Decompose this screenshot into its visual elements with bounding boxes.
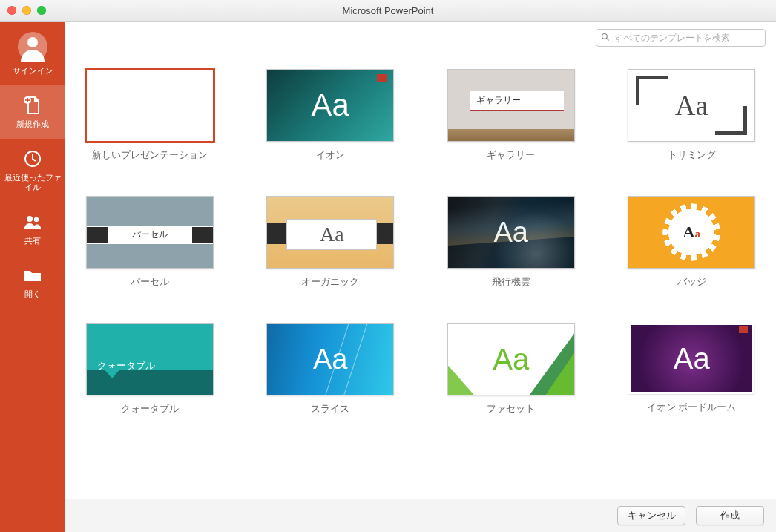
sample-text: Aa — [493, 343, 529, 376]
sidebar-item-shared[interactable]: 共有 — [0, 202, 65, 255]
sidebar-item-new[interactable]: 新規作成 — [0, 85, 65, 139]
sample-text: Aa — [674, 342, 710, 375]
people-icon — [23, 212, 42, 231]
template-thumb: Aa — [447, 196, 575, 269]
sample-text: Aa — [312, 88, 349, 123]
sample-text: Aa — [313, 344, 347, 375]
folder-icon — [23, 266, 42, 285]
template-thumb: パーセル — [86, 196, 214, 269]
sidebar-item-label: サインイン — [13, 66, 53, 76]
sidebar-item-open[interactable]: 開く — [0, 255, 65, 309]
template-label: イオン — [316, 149, 345, 162]
template-organic[interactable]: Aa オーガニック — [261, 196, 401, 289]
template-thumb: Aa — [266, 196, 394, 269]
body: サインイン 新規作成 最近使ったファイル 共有 — [0, 22, 776, 532]
template-thumb: Aa — [628, 323, 754, 394]
template-ion-boardroom[interactable]: Aa イオン ボードルーム — [622, 323, 762, 416]
titlebar: Microsoft PowerPoint — [0, 0, 776, 22]
sidebar-item-signin[interactable]: サインイン — [0, 22, 65, 85]
main: 新しいプレゼンテーション Aa イオン ギャラリー ギャラリー — [65, 22, 776, 532]
template-ion[interactable]: Aa イオン — [261, 69, 401, 162]
template-thumb — [86, 69, 214, 142]
template-quotable[interactable]: クォータブル クォータブル — [80, 323, 220, 416]
template-label: クォータブル — [121, 403, 179, 416]
window: Microsoft PowerPoint サインイン 新規作成 最 — [0, 0, 776, 532]
sidebar-item-label: 開く — [24, 289, 41, 300]
template-vapor[interactable]: Aa 飛行機雲 — [441, 196, 581, 289]
template-facet[interactable]: Aa ファセット — [441, 323, 581, 416]
template-thumb: クォータブル — [86, 323, 214, 395]
sidebar-item-label: 新規作成 — [16, 119, 49, 130]
template-thumb: Aa — [266, 323, 394, 395]
cancel-button[interactable]: キャンセル — [617, 506, 685, 525]
template-badge[interactable]: Aa バッジ — [622, 196, 762, 289]
template-label: オーガニック — [301, 276, 359, 289]
template-label: 飛行機雲 — [492, 276, 530, 289]
template-thumb: ギャラリー — [447, 69, 575, 142]
template-slice[interactable]: Aa スライス — [261, 323, 401, 416]
sample-text: Aa — [494, 217, 528, 249]
sample-text: ギャラリー — [470, 91, 564, 111]
template-label: パーセル — [131, 276, 169, 289]
template-blank[interactable]: 新しいプレゼンテーション — [80, 69, 220, 162]
sidebar-item-label: 最近使ったファイル — [3, 173, 62, 194]
sidebar: サインイン 新規作成 最近使ったファイル 共有 — [0, 22, 65, 532]
template-thumb: Aa — [266, 69, 394, 142]
template-gallery[interactable]: ギャラリー ギャラリー — [441, 69, 581, 162]
sidebar-item-label: 共有 — [24, 236, 41, 246]
template-thumb: Aa — [447, 323, 575, 395]
template-gallery: 新しいプレゼンテーション Aa イオン ギャラリー ギャラリー — [65, 47, 776, 499]
template-label: ファセット — [487, 403, 535, 416]
svg-point-5 — [602, 33, 608, 39]
template-grid: 新しいプレゼンテーション Aa イオン ギャラリー ギャラリー — [80, 69, 761, 416]
search-field[interactable] — [613, 32, 760, 44]
template-label: イオン ボードルーム — [647, 401, 736, 414]
template-label: ギャラリー — [487, 149, 535, 162]
svg-point-0 — [27, 37, 38, 47]
sidebar-item-recent[interactable]: 最近使ったファイル — [0, 139, 65, 203]
template-thumb: Aa — [628, 69, 755, 142]
window-title: Microsoft PowerPoint — [0, 5, 776, 16]
template-label: トリミング — [668, 149, 716, 162]
sample-text: Aa — [683, 223, 700, 242]
sample-text: パーセル — [108, 226, 192, 243]
search-row — [65, 22, 776, 47]
template-thumb: Aa — [628, 196, 755, 269]
clock-icon — [23, 149, 42, 168]
template-label: スライス — [311, 403, 349, 416]
template-label: バッジ — [677, 276, 706, 289]
svg-point-3 — [27, 216, 33, 222]
footer: キャンセル 作成 — [65, 499, 776, 532]
search-icon — [601, 33, 610, 44]
sample-text: Aa — [675, 89, 708, 122]
template-trim[interactable]: Aa トリミング — [622, 69, 762, 162]
search-input[interactable] — [596, 29, 766, 47]
template-label: 新しいプレゼンテーション — [92, 149, 208, 162]
svg-point-4 — [34, 217, 39, 222]
new-file-icon — [23, 96, 42, 115]
template-parcel[interactable]: パーセル パーセル — [80, 196, 220, 289]
avatar-icon — [18, 32, 47, 62]
sample-text: Aa — [286, 219, 377, 250]
create-button[interactable]: 作成 — [696, 506, 764, 525]
